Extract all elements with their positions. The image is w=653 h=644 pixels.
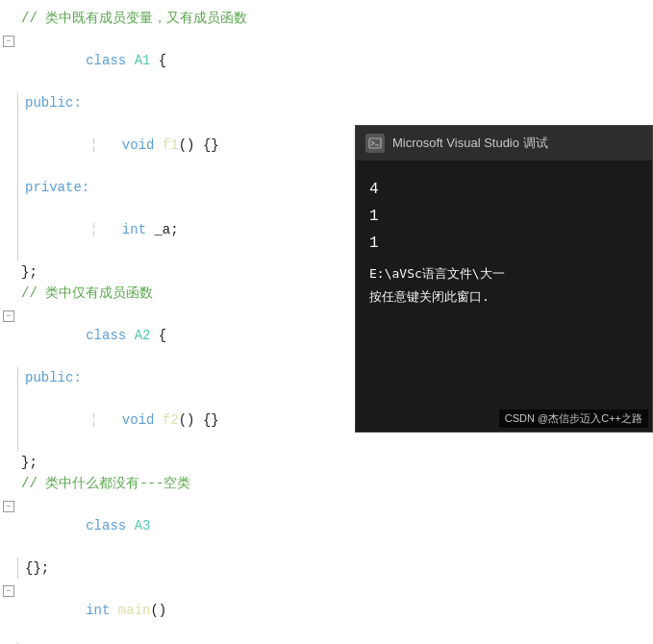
terminal-titlebar: Microsoft Visual Studio 调试	[356, 126, 652, 161]
main-container: // 类中既有成员变量，又有成员函数 − class A1 { public: …	[0, 0, 653, 644]
terminal-window: Microsoft Visual Studio 调试 4 1 1 E:\aVSc…	[355, 125, 653, 433]
code-line-10: public:	[0, 367, 404, 388]
code-line-3: public:	[0, 92, 404, 113]
output-line-1: 4	[369, 176, 639, 203]
code-line-16: − int main()	[0, 579, 404, 642]
terminal-app-icon	[365, 134, 385, 153]
indent-guide-5	[17, 177, 18, 198]
code-line-14: − class A3	[0, 494, 404, 557]
terminal-path: E:\aVSc语言文件\大一	[369, 264, 639, 284]
body-a3: {};	[21, 557, 49, 579]
collapse-icon-3[interactable]: −	[0, 501, 17, 512]
method-f2: ¦ void f2() {}	[21, 388, 219, 452]
access-private: private:	[21, 177, 89, 198]
access-public-2: public:	[21, 367, 82, 388]
indent-guide-4	[17, 113, 18, 177]
watermark: CSDN @杰信步迈入C++之路	[499, 409, 648, 428]
code-line-13: // 类中什么都没有---空类	[0, 473, 404, 494]
collapse-icon-1[interactable]: −	[0, 36, 17, 47]
comment-3: // 类中什么都没有---空类	[17, 473, 190, 494]
indent-guide-15	[17, 557, 18, 579]
code-line-6: ¦ int _a;	[0, 198, 404, 261]
output-line-3: 1	[369, 230, 639, 257]
code-line-5: private:	[0, 177, 404, 198]
terminal-prompt: 按任意键关闭此窗口.	[369, 284, 639, 310]
code-line-7: };	[0, 261, 404, 283]
code-line-9: − class A2 {	[0, 304, 404, 367]
class-a1-decl: class A1 {	[17, 29, 166, 92]
code-line-12: };	[0, 452, 404, 473]
access-public: public:	[21, 92, 82, 113]
code-line-11: ¦ void f2() {}	[0, 388, 404, 452]
collapse-icon-2[interactable]: −	[0, 310, 17, 322]
code-line-15: {};	[0, 557, 404, 579]
code-line-8: // 类中仅有成员函数	[0, 283, 404, 304]
method-f1: ¦ void f1() {}	[21, 113, 219, 177]
output-line-2: 1	[369, 203, 639, 230]
code-editor: // 类中既有成员变量，又有成员函数 − class A1 { public: …	[0, 0, 404, 644]
close-a1: };	[17, 261, 38, 283]
indent-guide-3	[17, 92, 18, 113]
indent-guide-6	[17, 198, 18, 261]
comment-1: // 类中既有成员变量，又有成员函数	[17, 8, 247, 29]
main-decl: int main()	[17, 579, 166, 642]
terminal-title: Microsoft Visual Studio 调试	[392, 135, 548, 152]
indent-guide-11	[17, 388, 18, 452]
member-a: ¦ int _a;	[21, 198, 179, 261]
comment-2: // 类中仅有成员函数	[17, 283, 153, 304]
class-a2-decl: class A2 {	[17, 304, 166, 367]
close-a2: };	[17, 452, 38, 473]
terminal-body: 4 1 1 E:\aVSc语言文件\大一 按任意键关闭此窗口.	[356, 161, 652, 326]
collapse-icon-4[interactable]: −	[0, 585, 17, 597]
code-line-1: // 类中既有成员变量，又有成员函数	[0, 8, 404, 29]
indent-guide-10	[17, 367, 18, 388]
class-a3-decl: class A3	[17, 494, 150, 557]
code-line-2: − class A1 {	[0, 29, 404, 92]
code-line-4: ¦ void f1() {}	[0, 113, 404, 177]
